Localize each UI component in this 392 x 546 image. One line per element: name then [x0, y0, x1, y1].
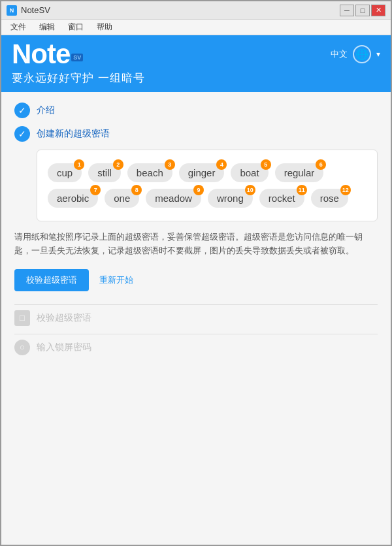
- menu-file[interactable]: 文件: [5, 20, 31, 34]
- step-lockscreen-label: 输入锁屏密码: [37, 342, 91, 353]
- word-text: boat: [240, 167, 259, 178]
- step-verify-icon: □: [14, 310, 30, 326]
- button-row: 校验超级密语 重新开始: [14, 269, 378, 291]
- word-number-badge: 2: [113, 159, 123, 170]
- main-content: ✓ 介绍 ✓ 创建新的超级密语 cup1still2beach3ginger4b…: [1, 92, 391, 546]
- word-number-badge: 7: [90, 185, 101, 195]
- info-text: 请用纸和笔按照序记录上面的超级密语，妥善保管超级密语。超级密语是您访问信息的唯一…: [14, 231, 378, 259]
- header-right: 中文 🌐 ▾: [331, 45, 380, 63]
- header-subtitle: 要永远好好守护 一组暗号: [12, 71, 380, 86]
- menu-help[interactable]: 帮助: [91, 20, 118, 34]
- word-chip: meadow9: [146, 189, 201, 208]
- app-logo: NoteSV: [12, 40, 83, 68]
- word-number-badge: 3: [165, 159, 175, 170]
- word-text: rose: [320, 193, 339, 204]
- word-chip: still2: [88, 163, 121, 182]
- word-text: meadow: [155, 193, 192, 204]
- step-lockscreen-icon: ○: [14, 340, 30, 355]
- title-bar-controls[interactable]: ─ □ ✕: [340, 5, 385, 16]
- restart-button[interactable]: 重新开始: [99, 274, 133, 286]
- word-text: regular: [284, 167, 315, 178]
- language-label: 中文: [331, 48, 348, 60]
- verify-button[interactable]: 校验超级密语: [14, 269, 89, 291]
- app-header: NoteSV 中文 🌐 ▾ 要永远好好守护 一组暗号: [1, 35, 391, 92]
- word-number-badge: 4: [216, 159, 227, 170]
- divider: [14, 304, 378, 305]
- step-create: ✓ 创建新的超级密语: [14, 126, 378, 142]
- word-number-badge: 8: [131, 185, 142, 195]
- dropdown-arrow-icon[interactable]: ▾: [376, 50, 380, 59]
- word-number-badge: 10: [245, 185, 255, 195]
- word-chip: rocket11: [259, 189, 304, 208]
- word-chip: beach3: [127, 163, 172, 182]
- word-chip: one8: [105, 189, 139, 208]
- header-top: NoteSV 中文 🌐 ▾: [12, 40, 380, 68]
- step-intro-label: 介绍: [37, 104, 55, 116]
- word-chip: cup1: [48, 163, 82, 182]
- step-lockscreen-disabled: ○ 输入锁屏密码: [14, 340, 378, 355]
- step-create-icon: ✓: [14, 126, 30, 142]
- maximize-button[interactable]: □: [355, 5, 370, 16]
- title-bar-left: N NoteSV: [7, 5, 50, 16]
- divider2: [14, 334, 378, 334]
- app-title: NoteSV: [21, 5, 50, 15]
- word-number-badge: 6: [316, 159, 326, 170]
- app-title-large: Note: [12, 39, 70, 69]
- word-text: beach: [137, 167, 163, 178]
- word-text: rocket: [269, 193, 295, 204]
- step-intro: ✓ 介绍: [14, 103, 378, 118]
- menu-edit[interactable]: 编辑: [34, 20, 60, 34]
- word-chip: regular6: [275, 163, 324, 182]
- word-number-badge: 1: [74, 159, 84, 170]
- minimize-button[interactable]: ─: [340, 5, 354, 16]
- word-text: one: [114, 193, 130, 204]
- menu-window[interactable]: 窗口: [63, 20, 89, 34]
- close-button[interactable]: ✕: [371, 5, 385, 16]
- word-text: cup: [57, 167, 73, 178]
- word-text: still: [97, 167, 112, 178]
- word-text: ginger: [188, 167, 216, 178]
- step-verify-label: 校验超级密语: [37, 312, 91, 324]
- word-chip: boat5: [231, 163, 268, 182]
- title-bar: N NoteSV ─ □ ✕: [1, 1, 391, 20]
- app-icon: N: [7, 5, 17, 16]
- word-chip: ginger4: [179, 163, 225, 182]
- menu-bar: 文件 编辑 窗口 帮助: [1, 20, 391, 35]
- word-number-badge: 11: [297, 185, 307, 195]
- word-number-badge: 12: [340, 185, 351, 195]
- word-text: aerobic: [57, 193, 89, 204]
- word-chip: wrong10: [208, 189, 253, 208]
- word-number-badge: 5: [261, 159, 271, 170]
- globe-icon[interactable]: 🌐: [353, 45, 371, 63]
- sv-badge: SV: [71, 54, 83, 61]
- word-cloud-box: cup1still2beach3ginger4boat5regular6aero…: [37, 150, 378, 221]
- word-chip: rose12: [311, 189, 348, 208]
- word-chip: aerobic7: [48, 189, 98, 208]
- step-intro-icon: ✓: [14, 103, 30, 118]
- word-text: wrong: [217, 193, 244, 204]
- step-create-label: 创建新的超级密语: [37, 128, 110, 140]
- step-verify-disabled: □ 校验超级密语: [14, 310, 378, 326]
- word-number-badge: 9: [193, 185, 204, 195]
